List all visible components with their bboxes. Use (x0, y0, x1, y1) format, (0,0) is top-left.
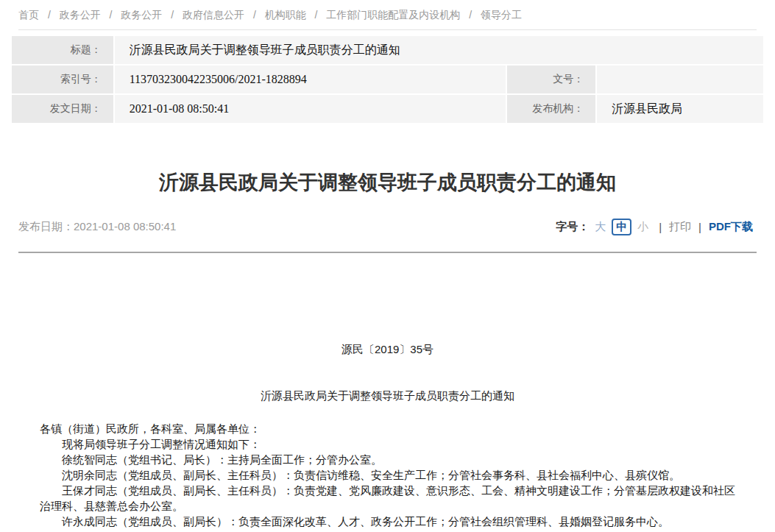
paragraph-xu-tongzhi: 徐统智同志（党组书记、局长）：主持局全面工作；分管办公室。 (40, 452, 735, 467)
breadcrumb-item-functions[interactable]: 机构职能 (265, 9, 306, 21)
document-title: 沂源县民政局关于调整领导班子成员职责分工的通知 (40, 388, 735, 403)
table-row: 发文日期： 2021-01-08 08:50:41 发布机构： 沂源县民政局 (12, 95, 763, 123)
font-size-label: 字号： (556, 220, 589, 234)
print-button[interactable]: 打印 (669, 220, 691, 234)
title-value: 沂源县民政局关于调整领导班子成员职责分工的通知 (115, 36, 763, 64)
paragraph-shen-mingyu: 沈明余同志（党组成员、副局长、主任科员）：负责信访维稳、安全生产工作；分管社会事… (40, 467, 735, 483)
pdf-download-button[interactable]: PDF下载 (709, 220, 753, 234)
issue-date-label: 发文日期： (12, 95, 113, 123)
paragraph-salutation: 各镇（街道）民政所，各科室、局属各单位： (40, 421, 735, 436)
article-tools: 字号： 大 中 小 | 打印 | PDF下载 (556, 219, 753, 235)
font-size-small-button[interactable]: 小 (637, 220, 648, 234)
document-paragraphs: 各镇（街道）民政所，各科室、局属各单位： 现将局领导班子分工调整情况通知如下： … (40, 421, 735, 529)
article-meta-row: 发布日期：2021-01-08 08:50:41 字号： 大 中 小 | 打印 … (0, 216, 775, 238)
table-row: 索引号： 113703230042235006/2021-1828894 文号： (12, 65, 763, 93)
content-divider (18, 252, 757, 253)
document-meta-table: 标题： 沂源县民政局关于调整领导班子成员职责分工的通知 索引号： 1137032… (10, 35, 765, 124)
breadcrumb-separator: / (110, 9, 113, 21)
paragraph-wang-baocai: 王保才同志（党组成员、副局长、主任科员）：负责党建、党风廉政建设、意识形态、工会… (40, 483, 735, 514)
breadcrumb-separator: / (253, 9, 256, 21)
breadcrumb-item-dept-config[interactable]: 工作部门职能配置及内设机构 (326, 9, 460, 21)
doc-number-value (597, 65, 763, 93)
agency-label: 发布机构： (507, 95, 595, 123)
publish-date: 发布日期：2021-01-08 08:50:41 (18, 220, 176, 234)
index-number-label: 索引号： (12, 65, 113, 93)
font-size-large-button[interactable]: 大 (595, 220, 606, 234)
breadcrumb-separator: / (48, 9, 51, 21)
issue-date-value: 2021-01-08 08:50:41 (115, 95, 506, 123)
breadcrumb-divider (18, 29, 757, 30)
breadcrumb-item-info-disclosure[interactable]: 政府信息公开 (183, 9, 244, 21)
document-content: 源民〔2019〕35号 沂源县民政局关于调整领导班子成员职责分工的通知 各镇（街… (0, 341, 775, 529)
breadcrumb-item-zhengwu-2[interactable]: 政务公开 (121, 9, 162, 21)
agency-value: 沂源县民政局 (597, 95, 763, 123)
title-label: 标题： (12, 36, 113, 64)
paragraph-intro: 现将局领导班子分工调整情况通知如下： (40, 436, 735, 452)
breadcrumb-item-zhengwu-1[interactable]: 政务公开 (60, 9, 101, 21)
doc-number-label: 文号： (507, 65, 595, 93)
breadcrumb-separator: / (315, 9, 318, 21)
page-title: 沂源县民政局关于调整领导班子成员职责分工的通知 (22, 170, 753, 195)
font-size-medium-button[interactable]: 中 (612, 219, 631, 235)
breadcrumb-item-leadership[interactable]: 领导分工 (481, 9, 522, 21)
tools-divider: | (659, 221, 662, 233)
breadcrumb-separator: / (171, 9, 174, 21)
breadcrumb-separator: / (469, 9, 472, 21)
document-reference-number: 源民〔2019〕35号 (40, 341, 735, 357)
breadcrumb: 首页 / 政务公开 / 政务公开 / 政府信息公开 / 机构职能 / 工作部门职… (0, 0, 775, 22)
paragraph-xu-yongcheng: 许永成同志（党组成员、副局长）：负责全面深化改革、人才、政务公开工作；分管社会组… (40, 514, 735, 529)
tools-divider: | (698, 221, 701, 233)
index-number-value: 113703230042235006/2021-1828894 (115, 65, 506, 93)
breadcrumb-item-home[interactable]: 首页 (18, 9, 39, 21)
table-row: 标题： 沂源县民政局关于调整领导班子成员职责分工的通知 (12, 36, 763, 64)
